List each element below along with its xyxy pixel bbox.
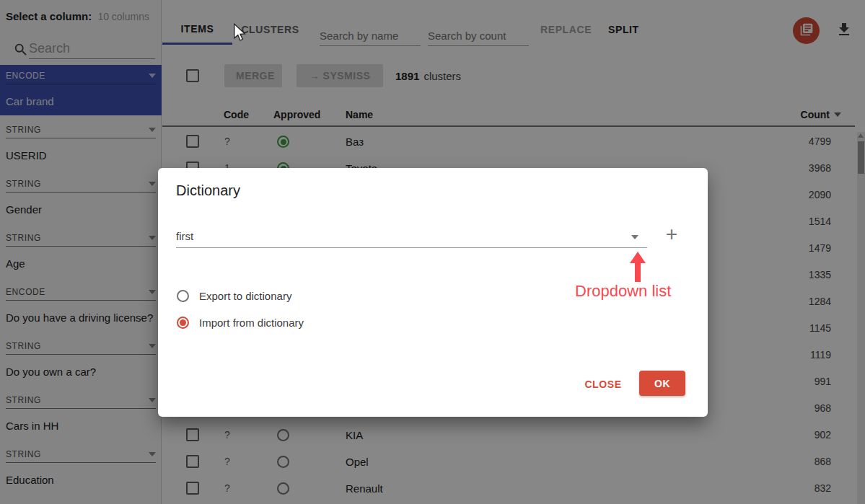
radio-checked-icon bbox=[177, 317, 189, 329]
ok-button[interactable]: OK bbox=[639, 371, 685, 396]
radio-import-from-dictionary[interactable]: Import from dictionary bbox=[177, 317, 304, 329]
dictionary-select-value: first bbox=[176, 230, 193, 242]
dialog-title: Dictionary bbox=[176, 182, 240, 199]
radio-import-label: Import from dictionary bbox=[199, 317, 304, 329]
chevron-down-icon bbox=[631, 235, 638, 239]
radio-export-label: Export to dictionary bbox=[199, 290, 291, 302]
radio-unchecked-icon bbox=[177, 290, 189, 302]
add-dictionary-button[interactable]: + bbox=[659, 221, 685, 247]
dictionary-dialog: Dictionary first + Export to dictionary … bbox=[158, 168, 708, 417]
close-button[interactable]: CLOSE bbox=[571, 373, 636, 396]
radio-export-to-dictionary[interactable]: Export to dictionary bbox=[177, 290, 291, 302]
dictionary-select[interactable]: first bbox=[176, 226, 647, 248]
app-window: Select a column: 10 columns ENCODECar br… bbox=[0, 0, 865, 504]
